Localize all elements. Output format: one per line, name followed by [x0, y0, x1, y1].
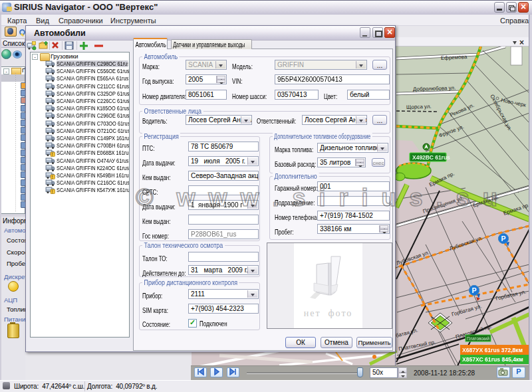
- svg-text:Х492ВС 61rus: Х492ВС 61rus: [412, 154, 450, 161]
- svg-text:Х857ХС 61rus 845,4км: Х857ХС 61rus 845,4км: [462, 356, 523, 363]
- svg-text:P: P: [472, 286, 477, 294]
- svg-text:!: !: [52, 189, 53, 194]
- svg-text:Щорса ул.: Щорса ул.: [406, 104, 432, 110]
- svg-text:!: !: [52, 175, 53, 179]
- svg-text:!: !: [52, 152, 53, 157]
- svg-text:P: P: [501, 235, 506, 243]
- svg-text:Х687УХ 61rus 372,8км: Х687УХ 61rus 372,8км: [462, 347, 523, 353]
- svg-text:Платовский: Платовский: [467, 336, 490, 341]
